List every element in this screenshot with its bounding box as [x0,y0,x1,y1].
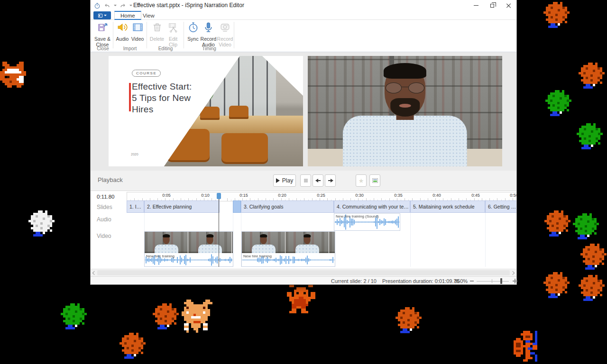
status-duration: Presentation duration: 0:01:09.76 [382,278,460,284]
slide-year: 2020 [131,153,138,156]
timeline-scrollbar[interactable] [91,269,516,276]
video-clip[interactable]: New hire training [144,231,233,267]
slide-segment[interactable]: 1. Int... [127,200,144,213]
play-button-label: Play [282,177,293,184]
redo-icon[interactable] [119,2,127,9]
star-icon: ★ [359,177,364,184]
file-menu-button[interactable] [93,11,111,19]
previous-slide-button[interactable] [313,174,323,187]
play-icon [276,178,280,183]
video-clip[interactable]: New hire training [241,231,335,267]
next-slide-button[interactable] [325,174,336,187]
photo-plant [198,85,216,102]
slide-boundary-guide [485,213,486,267]
video-thumbnail [188,232,231,253]
track-label-slides: Slides [97,204,112,210]
timeline-ruler[interactable]: 0:050:100:150:200:250:300:350:400:450:50 [127,192,516,201]
delete-icon [151,21,163,35]
ruler-time-label: 0:05 [162,193,171,198]
video-thumbnail [145,232,188,253]
ribbon-separator [184,22,184,48]
minimize-button[interactable] [468,0,484,11]
photo-chair [221,133,268,164]
close-button[interactable] [500,0,516,11]
scrollbar-thumb[interactable] [97,270,510,275]
ruler-time-label: 0:45 [471,193,480,198]
scroll-right-icon[interactable] [511,271,515,275]
ruler-time-label: 0:50 [510,193,516,198]
record-audio-button[interactable]: Record Audio [201,21,216,47]
favorite-button[interactable]: ★ [356,174,367,187]
pixel-sprite-splat [541,270,543,272]
slide-title: Effective Start: 5 Tips for New Hires [132,81,192,115]
presenter-body [154,245,178,253]
zoom-slider-center-tick [492,279,492,283]
video-thumbnail-row [145,232,233,253]
audio-clip[interactable]: New hire training (Sound) [334,213,400,231]
ruler-time-label: 0:35 [394,193,403,198]
slide-boundary-guide [410,213,411,267]
status-bar: Current slide: 2 / 10 Presentation durat… [91,276,516,284]
save-close-icon [97,21,109,35]
playhead-marker[interactable] [217,193,221,199]
video-preview[interactable] [308,56,502,166]
pixel-sprite-splat [26,208,28,210]
pixel-sprite-splat [578,241,580,244]
app-window: Effective start.pptx - iSpring Narration… [90,0,517,285]
zoom-slider-thumb[interactable] [500,278,502,284]
audio-button[interactable]: Audio [115,21,129,42]
redo-dropdown-icon[interactable] [129,5,132,6]
slide-segment[interactable]: 5. Maitaining work schedule [410,200,485,213]
ribbon-button-label: Sync [187,36,198,42]
edit-clip-button: Edit Clip [166,21,181,47]
ribbon: CloseSave & CloseImportAudioVideoEditing… [91,20,516,52]
video-thumbnail [285,232,329,253]
title-bar: Effective start.pptx - iSpring Narration… [91,0,516,11]
presenter-body [295,245,319,253]
status-zoom-level: 850% [454,278,468,284]
presenter-hair [260,234,267,237]
audio-clip-label: New hire training (Sound) [336,214,379,218]
record-audio-icon [202,21,214,35]
slide-segment[interactable]: 3. Clarifying goals [241,200,334,213]
pixel-sprite-splat [117,330,120,333]
record-video-button: Record Video [217,21,233,47]
presenter-hair [304,234,311,237]
presenter-glasses [386,82,424,93]
undo-dropdown-icon[interactable] [114,5,117,6]
zoom-in-button[interactable] [513,279,517,283]
thumbnails-toggle-button[interactable] [369,174,380,187]
slide-preview[interactable]: COURSE Effective Start: 5 Tips for New H… [109,56,303,166]
slide-segment[interactable]: 6. Getting started [485,200,516,213]
scroll-left-icon[interactable] [92,271,96,275]
restore-button[interactable] [484,0,500,11]
undo-icon[interactable] [103,2,111,9]
app-stopwatch-icon [93,2,101,9]
edit-clip-icon [167,21,179,35]
ribbon-button-label: Record Audio [201,36,217,47]
ruler-time-label: 0:25 [317,193,325,198]
play-button[interactable]: Play [273,174,296,187]
audio-icon [117,21,129,35]
thumbnails-icon [372,178,378,183]
ribbon-separator [234,22,234,48]
slide-segment[interactable]: 4. Communicating with your team [334,200,410,213]
zoom-slider-track[interactable] [477,281,509,282]
ruler-time-label: 0:10 [201,193,210,198]
tab-view[interactable]: View [137,11,160,20]
video-audio-waveform-box: New hire training [145,254,233,266]
timeline: 0:11.80 Slides Audio Video 0:050:100:150… [91,191,516,269]
slide-accent-bar [129,83,131,111]
slide-segment[interactable] [233,200,241,213]
playback-bar: Playback Play ★ [91,171,516,191]
video-thumbnail-row [242,232,335,253]
video-icon [132,21,144,35]
save-close-button[interactable]: Save & Close [93,21,111,47]
video-thumbnail [329,232,335,253]
playhead-line[interactable] [219,194,219,267]
zoom-out-button[interactable] [470,281,474,282]
slide-segment[interactable]: 2. Effective planning [144,200,220,213]
sync-button[interactable]: Sync [186,21,200,42]
video-button[interactable]: Video [130,21,145,42]
stop-button[interactable] [300,174,311,187]
